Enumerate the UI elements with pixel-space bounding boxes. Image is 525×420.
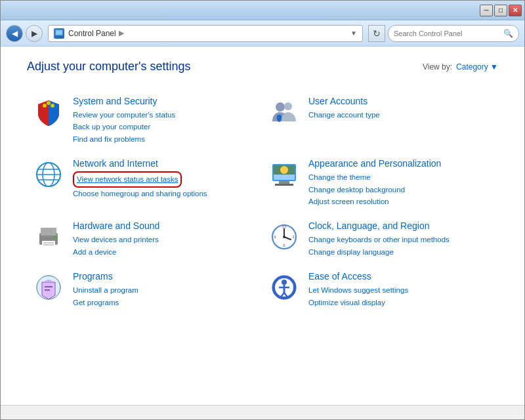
link-homegroup[interactable]: Choose homegroup and sharing options [73, 188, 257, 200]
maximize-button[interactable]: □ [494, 5, 507, 16]
category-system-security: System and Security Review your computer… [27, 89, 262, 152]
svg-rect-2 [55, 36, 63, 37]
search-input[interactable] [394, 30, 501, 37]
address-dropdown-arrow[interactable]: ▼ [350, 30, 357, 37]
svg-point-29 [283, 236, 285, 238]
link-display-language[interactable]: Change display language [308, 246, 493, 258]
system-security-content: System and Security Review your computer… [73, 96, 257, 145]
programs-content: Programs Uninstall a program Get program… [73, 271, 257, 308]
svg-point-40 [282, 280, 287, 285]
title-bar: ─ □ ✕ [1, 1, 524, 20]
svg-point-24 [54, 236, 56, 238]
address-bar[interactable]: Control Panel ▶ ▼ [48, 25, 363, 42]
network-internet-content: Network and Internet View network status… [73, 158, 257, 200]
link-backup[interactable]: Back up your computer [73, 121, 257, 133]
link-change-theme[interactable]: Change the theme [308, 171, 493, 183]
appearance-title[interactable]: Appearance and Personalization [308, 158, 493, 169]
user-accounts-icon [268, 96, 301, 129]
link-windows-suggest[interactable]: Let Windows suggest settings [308, 284, 493, 296]
refresh-button[interactable]: ↻ [368, 25, 385, 42]
link-get-programs[interactable]: Get programs [73, 297, 257, 308]
page-header: Adjust your computer's settings View by:… [27, 60, 498, 74]
svg-rect-37 [45, 289, 50, 291]
link-view-network-status[interactable]: View network status and tasks [73, 171, 182, 187]
system-security-title[interactable]: System and Security [73, 96, 257, 106]
svg-text:12: 12 [282, 225, 287, 229]
clock-language-icon: 12 3 6 9 [268, 220, 301, 253]
category-hardware-sound: Hardware and Sound View devices and prin… [27, 214, 262, 264]
svg-point-7 [284, 102, 292, 110]
link-desktop-background[interactable]: Change desktop background [308, 184, 493, 196]
network-internet-title[interactable]: Network and Internet [73, 158, 257, 169]
link-optimize-visual[interactable]: Optimize visual display [308, 297, 493, 308]
category-network-internet: Network and Internet View network status… [27, 152, 262, 214]
ease-of-access-icon [268, 271, 301, 304]
svg-point-6 [276, 102, 285, 112]
view-by-label: View by: [423, 62, 452, 72]
view-by-dropdown[interactable]: Category ▼ [456, 62, 498, 72]
hardware-sound-icon [32, 220, 65, 253]
svg-point-16 [280, 166, 288, 174]
svg-rect-22 [43, 242, 54, 243]
link-uninstall[interactable]: Uninstall a program [73, 284, 257, 296]
appearance-content: Appearance and Personalization Change th… [308, 158, 493, 207]
main-content: Adjust your computer's settings View by:… [1, 47, 524, 405]
forward-button[interactable]: ▶ [26, 25, 43, 42]
status-bar [1, 405, 524, 419]
hardware-sound-title[interactable]: Hardware and Sound [73, 220, 257, 231]
svg-point-3 [47, 101, 51, 105]
hardware-sound-content: Hardware and Sound View devices and prin… [73, 220, 257, 258]
svg-rect-17 [279, 181, 289, 184]
address-text: Control Panel ▶ [68, 29, 124, 38]
svg-rect-1 [56, 30, 62, 35]
main-window: ─ □ ✕ ◀ ▶ Control Panel ▶ ▼ ↻ [0, 0, 525, 420]
address-part: Control Panel [68, 29, 116, 38]
link-screen-resolution[interactable]: Adjust screen resolution [308, 196, 493, 207]
link-view-devices[interactable]: View devices and printers [73, 234, 257, 245]
search-icon: 🔍 [503, 29, 513, 38]
category-user-accounts: User Accounts Change account type [262, 89, 498, 152]
address-separator: ▶ [119, 29, 124, 37]
svg-rect-23 [43, 244, 54, 245]
title-bar-buttons: ─ □ ✕ [480, 5, 522, 16]
toolbar: ◀ ▶ Control Panel ▶ ▼ ↻ 🔍 [1, 20, 524, 47]
category-ease-of-access: Ease of Access Let Windows suggest setti… [262, 264, 498, 315]
programs-icon [32, 271, 65, 304]
view-by: View by: Category ▼ [423, 62, 498, 72]
user-accounts-content: User Accounts Change account type [308, 96, 493, 121]
svg-rect-20 [41, 228, 56, 236]
link-find-fix[interactable]: Find and fix problems [73, 133, 257, 145]
svg-point-5 [51, 104, 54, 108]
system-security-icon [32, 96, 65, 129]
programs-title[interactable]: Programs [73, 271, 257, 282]
link-keyboards[interactable]: Change keyboards or other input methods [308, 234, 493, 245]
ease-of-access-content: Ease of Access Let Windows suggest setti… [308, 271, 493, 308]
minimize-button[interactable]: ─ [480, 5, 493, 16]
link-add-device[interactable]: Add a device [73, 246, 257, 258]
appearance-icon [268, 158, 301, 191]
category-clock-language: 12 3 6 9 Clock, Language, and Region Cha… [262, 214, 498, 264]
page-title: Adjust your computer's settings [27, 60, 191, 74]
user-accounts-title[interactable]: User Accounts [308, 96, 493, 106]
clock-language-content: Clock, Language, and Region Change keybo… [308, 220, 493, 258]
back-button[interactable]: ◀ [6, 25, 23, 42]
clock-language-title[interactable]: Clock, Language, and Region [308, 220, 493, 231]
category-appearance: Appearance and Personalization Change th… [262, 152, 498, 214]
ease-of-access-title[interactable]: Ease of Access [308, 271, 493, 282]
svg-rect-36 [45, 286, 52, 287]
search-bar[interactable]: 🔍 [388, 25, 519, 42]
link-review-status[interactable]: Review your computer's status [73, 109, 257, 121]
category-programs: Programs Uninstall a program Get program… [27, 264, 262, 315]
svg-rect-18 [275, 184, 293, 186]
address-bar-icon [54, 28, 64, 39]
link-change-account-type[interactable]: Change account type [308, 109, 493, 121]
svg-point-4 [43, 104, 47, 108]
categories-grid: System and Security Review your computer… [27, 89, 498, 315]
network-internet-icon [32, 158, 65, 191]
close-button[interactable]: ✕ [509, 5, 522, 16]
